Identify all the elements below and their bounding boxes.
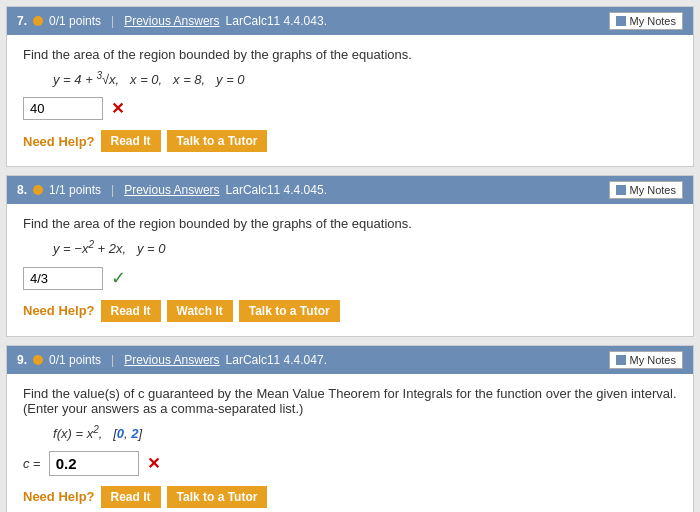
separator-8: |: [111, 183, 114, 197]
question-text-7: Find the area of the region bounded by t…: [23, 47, 677, 62]
separator-9: |: [111, 353, 114, 367]
question-7-body: Find the area of the region bounded by t…: [7, 35, 693, 166]
question-number-7: 7.: [17, 14, 27, 28]
need-help-row-7: Need Help? Read It Talk to a Tutor: [23, 130, 677, 152]
need-help-label-7: Need Help?: [23, 134, 95, 149]
equation-8: y = −x2 + 2x, y = 0: [53, 239, 677, 256]
source-8: LarCalc11 4.4.045.: [226, 183, 327, 197]
need-help-label-9: Need Help?: [23, 489, 95, 504]
read-it-btn-8[interactable]: Read It: [101, 300, 161, 322]
points-icon-8: [33, 185, 43, 195]
points-label-7: 0/1 points: [49, 14, 101, 28]
header-left-8: 8. 1/1 points | Previous Answers LarCalc…: [17, 183, 327, 197]
question-text-8: Find the area of the region bounded by t…: [23, 216, 677, 231]
question-8-header: 8. 1/1 points | Previous Answers LarCalc…: [7, 176, 693, 204]
wrong-icon-9: ✕: [147, 454, 160, 473]
my-notes-label-7: My Notes: [630, 15, 676, 27]
talk-tutor-btn-8[interactable]: Talk to a Tutor: [239, 300, 340, 322]
wrong-icon-7: ✕: [111, 99, 124, 118]
question-9: 9. 0/1 points | Previous Answers LarCalc…: [6, 345, 694, 512]
answer-prefix-9: c =: [23, 456, 41, 471]
question-7: 7. 0/1 points | Previous Answers LarCalc…: [6, 6, 694, 167]
my-notes-button-9[interactable]: My Notes: [609, 351, 683, 369]
my-notes-button-7[interactable]: My Notes: [609, 12, 683, 30]
prev-answers-8[interactable]: Previous Answers: [124, 183, 219, 197]
need-help-label-8: Need Help?: [23, 303, 95, 318]
answer-input-7[interactable]: [23, 97, 103, 120]
answer-input-8[interactable]: [23, 267, 103, 290]
answer-row-9: c = ✕: [23, 451, 677, 476]
prev-answers-9[interactable]: Previous Answers: [124, 353, 219, 367]
my-notes-label-8: My Notes: [630, 184, 676, 196]
points-icon-7: [33, 16, 43, 26]
question-8-body: Find the area of the region bounded by t…: [7, 204, 693, 335]
question-9-body: Find the value(s) of c guaranteed by the…: [7, 374, 693, 512]
my-notes-icon-9: [616, 355, 626, 365]
read-it-btn-9[interactable]: Read It: [101, 486, 161, 508]
watch-it-btn-8[interactable]: Watch It: [167, 300, 233, 322]
header-left-7: 7. 0/1 points | Previous Answers LarCalc…: [17, 14, 327, 28]
question-9-header: 9. 0/1 points | Previous Answers LarCalc…: [7, 346, 693, 374]
answer-row-7: ✕: [23, 97, 677, 120]
need-help-row-8: Need Help? Read It Watch It Talk to a Tu…: [23, 300, 677, 322]
my-notes-icon-7: [616, 16, 626, 26]
correct-icon-8: ✓: [111, 267, 126, 289]
points-label-9: 0/1 points: [49, 353, 101, 367]
talk-tutor-btn-9[interactable]: Talk to a Tutor: [167, 486, 268, 508]
talk-tutor-btn-7[interactable]: Talk to a Tutor: [167, 130, 268, 152]
equation-9: f(x) = x2, [0, 2]: [53, 424, 677, 441]
separator-7: |: [111, 14, 114, 28]
answer-row-8: ✓: [23, 267, 677, 290]
question-7-header: 7. 0/1 points | Previous Answers LarCalc…: [7, 7, 693, 35]
source-7: LarCalc11 4.4.043.: [226, 14, 327, 28]
question-text-9: Find the value(s) of c guaranteed by the…: [23, 386, 677, 416]
points-label-8: 1/1 points: [49, 183, 101, 197]
question-number-8: 8.: [17, 183, 27, 197]
my-notes-label-9: My Notes: [630, 354, 676, 366]
my-notes-icon-8: [616, 185, 626, 195]
prev-answers-7[interactable]: Previous Answers: [124, 14, 219, 28]
question-number-9: 9.: [17, 353, 27, 367]
read-it-btn-7[interactable]: Read It: [101, 130, 161, 152]
source-9: LarCalc11 4.4.047.: [226, 353, 327, 367]
my-notes-button-8[interactable]: My Notes: [609, 181, 683, 199]
answer-input-9[interactable]: [49, 451, 139, 476]
need-help-row-9: Need Help? Read It Talk to a Tutor: [23, 486, 677, 508]
equation-7: y = 4 + 3√x, x = 0, x = 8, y = 0: [53, 70, 677, 87]
question-8: 8. 1/1 points | Previous Answers LarCalc…: [6, 175, 694, 336]
header-left-9: 9. 0/1 points | Previous Answers LarCalc…: [17, 353, 327, 367]
points-icon-9: [33, 355, 43, 365]
